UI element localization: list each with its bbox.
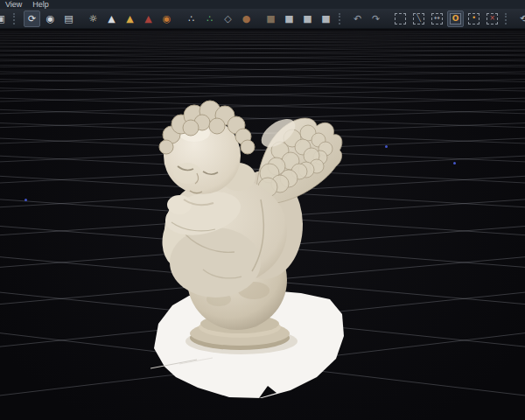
- select-connected-glyph: ↔: [431, 13, 443, 24]
- render-points-white-glyph: ∴: [188, 14, 194, 24]
- texture-brown-glyph: ■: [266, 14, 275, 24]
- layers-dialog-icon[interactable]: ▤: [60, 10, 77, 27]
- render-smooth-icon[interactable]: ◉: [158, 10, 175, 27]
- select-add-inside-icon[interactable]: •: [466, 10, 482, 27]
- render-points-green-glyph: ∴: [206, 14, 213, 24]
- texture-gray-2-icon[interactable]: ■: [299, 10, 316, 27]
- statue-wing: [256, 114, 342, 204]
- render-flat-white-icon[interactable]: ▲: [103, 10, 120, 27]
- texture-gray-1-glyph: ■: [284, 14, 293, 24]
- toolbar-handle-1: [13, 13, 19, 24]
- snapshot-icon[interactable]: ▣: [0, 10, 9, 27]
- texture-gray-1-icon[interactable]: ■: [281, 10, 298, 27]
- orbit-home-view-icon[interactable]: ⟳: [24, 10, 40, 27]
- texture-gray-3-icon[interactable]: ■: [318, 10, 334, 27]
- undo-icon[interactable]: ↶: [349, 10, 366, 27]
- redo-icon[interactable]: ↷: [368, 10, 384, 27]
- scan-marker-2: [385, 145, 388, 148]
- menu-view[interactable]: View: [5, 0, 22, 9]
- select-delete-glyph: ×: [486, 13, 498, 24]
- viewport-3d[interactable]: [0, 28, 525, 420]
- select-vertices-mode-icon[interactable]: O: [447, 10, 464, 27]
- lasso-select-glyph: ⟲: [520, 14, 525, 24]
- scan-marker-1: [24, 199, 27, 201]
- scan-marker-3: [453, 162, 456, 164]
- texture-brown-icon[interactable]: ■: [262, 10, 279, 27]
- render-flat-red-icon[interactable]: ▲: [140, 10, 157, 27]
- select-rect-icon[interactable]: [392, 10, 409, 27]
- toolbar-handle-2: [339, 13, 345, 24]
- light-toggle-glyph: ☼: [89, 14, 98, 24]
- lasso-select-icon[interactable]: ⟲: [515, 10, 525, 27]
- light-toggle-icon[interactable]: ☼: [85, 10, 102, 27]
- texture-gray-3-glyph: ■: [321, 14, 330, 24]
- menu-bar: View Help: [0, 0, 525, 9]
- select-add-inside-glyph: •: [468, 13, 480, 24]
- select-subtract-glyph: ╲: [413, 13, 424, 24]
- render-flat-red-glyph: ▲: [144, 14, 151, 24]
- toolbar-handle-3: [505, 13, 511, 24]
- select-rect-glyph: [395, 13, 406, 24]
- select-delete-icon[interactable]: ×: [484, 10, 500, 27]
- render-wire-cube-icon[interactable]: ◇: [220, 10, 236, 27]
- render-flat-yellow-glyph: ▲: [126, 14, 133, 24]
- render-flat-yellow-icon[interactable]: ▲: [122, 10, 138, 27]
- render-color-blob-icon[interactable]: ●: [238, 10, 255, 27]
- menu-help[interactable]: Help: [32, 0, 49, 9]
- undo-glyph: ↶: [354, 14, 361, 24]
- render-points-green-icon[interactable]: ∴: [201, 10, 218, 27]
- render-smooth-glyph: ◉: [163, 14, 172, 24]
- redo-glyph: ↷: [372, 14, 380, 24]
- render-color-blob-glyph: ●: [242, 14, 251, 24]
- texture-gray-2-glyph: ■: [303, 14, 312, 24]
- select-subtract-icon[interactable]: ╲: [410, 10, 427, 27]
- layers-dialog-glyph: ▤: [64, 14, 73, 24]
- snapshot-glyph: ▣: [0, 14, 5, 24]
- reset-trackball-glyph: ◉: [46, 14, 55, 24]
- orbit-home-view-glyph: ⟳: [28, 14, 36, 24]
- meshlab-window: View Help ▣⟳◉▤☼▲▲▲◉∴∴◇●■■■■↶↷╲↔O•×⟲⌖⇗: [0, 0, 525, 420]
- render-flat-white-glyph: ▲: [108, 14, 115, 24]
- reset-trackball-icon[interactable]: ◉: [42, 10, 59, 27]
- render-points-white-icon[interactable]: ∴: [183, 10, 200, 27]
- statue-model-sleeping-cherub[interactable]: [0, 28, 525, 420]
- main-toolbar: ▣⟳◉▤☼▲▲▲◉∴∴◇●■■■■↶↷╲↔O•×⟲⌖⇗: [0, 9, 525, 29]
- select-vertices-mode-glyph: O: [450, 13, 461, 24]
- select-connected-icon[interactable]: ↔: [429, 10, 445, 27]
- render-wire-cube-glyph: ◇: [224, 14, 231, 24]
